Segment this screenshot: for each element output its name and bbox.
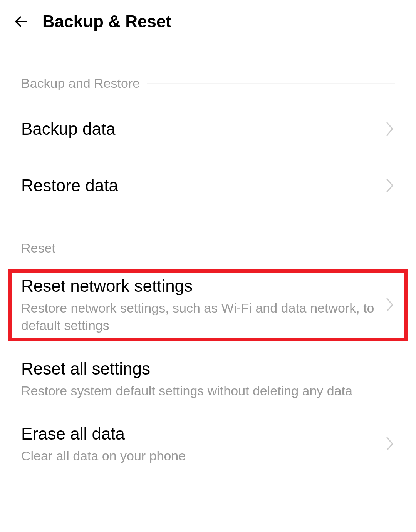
backup-data-item[interactable]: Backup data — [0, 106, 416, 151]
reset-all-settings-item[interactable]: Reset all settings Restore system defaul… — [0, 346, 416, 411]
reset-all-title: Reset all settings — [21, 358, 395, 380]
section-header-reset: Reset — [0, 241, 416, 256]
list-item-content: Erase all data Clear all data on your ph… — [21, 423, 381, 465]
content: Backup and Restore Backup data Restore d… — [0, 76, 416, 477]
reset-network-subtitle: Restore network settings, such as Wi-Fi … — [21, 299, 381, 335]
list-item-content: Restore data — [21, 174, 381, 196]
reset-network-settings-item[interactable]: Reset network settings Restore network s… — [0, 263, 416, 346]
list-item-content: Backup data — [21, 118, 381, 140]
reset-all-subtitle: Restore system default settings without … — [21, 382, 395, 400]
chevron-right-icon — [386, 178, 395, 193]
erase-all-title: Erase all data — [21, 423, 381, 445]
arrow-left-icon — [12, 12, 30, 31]
erase-all-data-item[interactable]: Erase all data Clear all data on your ph… — [0, 411, 416, 476]
page-title: Backup & Reset — [42, 12, 171, 31]
restore-data-title: Restore data — [21, 174, 381, 196]
chevron-right-icon — [386, 121, 395, 137]
header: Backup & Reset — [0, 0, 416, 43]
back-button[interactable] — [12, 12, 31, 31]
section-header-backup: Backup and Restore — [0, 76, 416, 91]
backup-data-title: Backup data — [21, 118, 381, 140]
list-item-content: Reset all settings Restore system defaul… — [21, 358, 395, 400]
list-item-content: Reset network settings Restore network s… — [21, 275, 381, 335]
erase-all-subtitle: Clear all data on your phone — [21, 447, 381, 465]
section-title-backup: Backup and Restore — [21, 76, 140, 91]
chevron-right-icon — [386, 297, 395, 313]
section-divider — [147, 83, 395, 84]
chevron-right-icon — [386, 436, 395, 452]
section-divider — [62, 248, 395, 248]
reset-network-title: Reset network settings — [21, 275, 381, 297]
restore-data-item[interactable]: Restore data — [0, 163, 416, 208]
section-title-reset: Reset — [21, 241, 55, 256]
